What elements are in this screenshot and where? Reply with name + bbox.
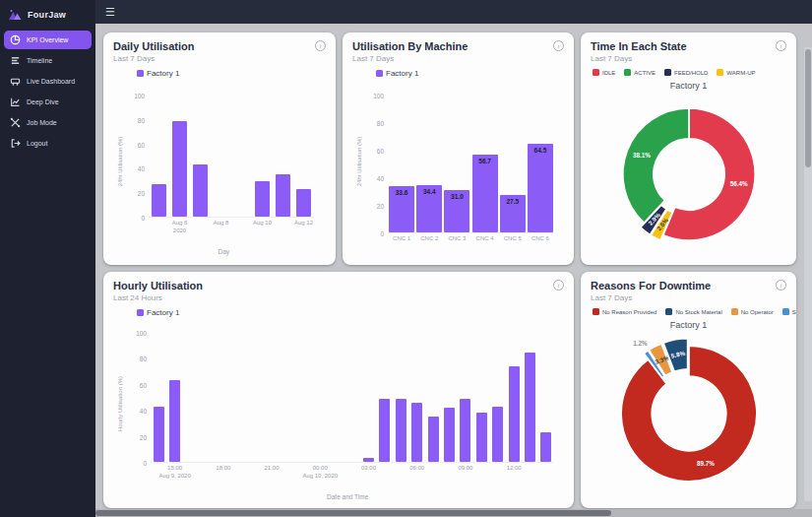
legend-label: FEED/HOLD [674,70,708,76]
sidebar-item-job-mode[interactable]: Job Mode [4,113,92,132]
sidebar-item-logout[interactable]: Logout [4,134,92,153]
legend-label: IDLE [602,70,615,76]
x-axis-title: Date and Time [327,493,368,500]
hamburger-menu-icon[interactable]: ☰ [105,7,115,18]
legend-swatch [665,308,672,315]
x-axis-tick: 06:00 [396,465,439,473]
donut-slice[interactable] [621,346,757,482]
bar[interactable] [460,399,470,462]
downtime-donut-chart: 89.7%1.2%3.3%5.8% [606,331,772,496]
info-icon[interactable]: i [553,40,564,51]
legend-item[interactable]: FEED/HOLD [664,69,708,76]
bar[interactable] [525,353,535,462]
bar[interactable] [444,408,455,462]
bar[interactable] [276,174,290,217]
legend-label: No Reason Provided [602,309,656,315]
bar[interactable] [255,181,270,217]
legend-item[interactable]: Setup [782,308,796,315]
legend-swatch [376,70,383,77]
bar[interactable] [509,366,520,462]
sidebar: FourJaw KPI Overview Timeline [0,0,95,517]
bar[interactable]: 56.7 [472,155,498,232]
sidebar-item-deep-dive[interactable]: Deep Dive [4,93,92,111]
horizontal-scrollbar[interactable] [95,509,812,517]
chart-legend: IDLEACTIVEFEED/HOLDWARM-UP [593,69,786,76]
app-logo: FourJaw [0,0,95,31]
x-axis-tick: Aug 12 [282,220,326,227]
x-axis-tick: 09:00 [444,465,487,473]
sidebar-item-label: Job Mode [27,119,57,126]
legend-item[interactable]: No Operator [731,308,774,315]
bar[interactable] [172,121,187,217]
y-axis-title: Hourly Utilisation (%) [117,375,123,430]
info-icon[interactable]: i [553,280,564,291]
sidebar-item-kpi-overview[interactable]: KPI Overview [4,31,92,49]
bar[interactable] [169,380,180,462]
bar[interactable] [193,164,208,217]
bar[interactable] [363,458,374,462]
legend-item[interactable]: IDLE [593,69,615,76]
bar[interactable] [154,407,164,462]
legend-item[interactable]: Factory 1 [137,308,179,317]
legend-swatch [731,308,738,315]
bar[interactable]: 34.4 [416,185,442,232]
x-axis-tick: CNC 6 [519,235,562,243]
card-time-in-each-state: Time In Each State Last 7 Days i IDLEACT… [581,32,796,265]
y-axis-tick: 20 [358,203,384,210]
slice-percent-label: 1.2% [633,340,648,347]
sidebar-item-label: Logout [27,140,47,147]
pie-chart-icon [10,34,21,45]
card-title: Reasons For Downtime [591,280,711,291]
legend-item[interactable]: No Reason Provided [593,308,656,315]
card-title: Time In Each State [591,40,687,52]
legend-label: Factory 1 [386,69,418,78]
bar[interactable] [379,399,390,462]
y-axis-title: 24hr Utilisation (%) [356,136,362,186]
bar[interactable]: 33.6 [389,186,414,232]
legend-item[interactable]: WARM-UP [717,69,755,76]
y-axis-tick: 80 [121,355,147,362]
info-icon[interactable]: i [315,40,326,51]
mountain-logo-icon [8,8,23,21]
topbar: ☰ [95,0,812,24]
legend-item[interactable]: Factory 1 [376,69,418,78]
legend-swatch [593,69,599,76]
legend-item[interactable]: No Stock Material [665,308,721,315]
sidebar-item-timeline[interactable]: Timeline [4,51,92,70]
dashboard-content: Daily Utilisation Last 7 Days i Factory … [95,24,812,509]
timeline-icon [10,55,21,66]
legend-item[interactable]: Factory 1 [137,69,179,78]
chart-line-icon [10,97,21,107]
sidebar-nav: KPI Overview Timeline Live Dashboard [0,31,95,153]
legend-item[interactable]: ACTIVE [624,69,656,76]
info-icon[interactable]: i [776,280,786,291]
bar[interactable]: 27.5 [500,195,526,232]
horizontal-scrollbar-thumb[interactable] [95,510,611,516]
bar[interactable] [396,399,406,462]
legend-label: Setup [792,309,796,315]
legend-swatch [624,69,631,76]
bar[interactable] [540,432,551,462]
donut-slice[interactable] [622,108,688,223]
info-icon[interactable]: i [776,40,786,51]
sidebar-item-label: Live Dashboard [27,78,75,85]
bar[interactable]: 31.0 [444,190,469,232]
bar[interactable] [152,184,166,217]
slice-percent-label: 38.1% [632,152,650,159]
bar[interactable]: 64.5 [528,144,553,232]
bar[interactable] [428,417,439,462]
vertical-scrollbar-thumb[interactable] [805,49,811,167]
bar[interactable] [476,413,487,462]
bar[interactable] [296,189,311,217]
y-axis-tick: 0 [119,215,145,222]
bar[interactable] [411,403,422,462]
sidebar-item-live-dashboard[interactable]: Live Dashboard [4,72,92,91]
chart-legend: Factory 1 [137,69,326,78]
x-axis-tick: 12:00 [492,465,535,473]
bar[interactable] [492,407,503,462]
slice-percent-label: 89.7% [697,460,715,467]
chart-legend: Factory 1 [137,308,564,317]
vertical-scrollbar[interactable] [804,47,812,501]
card-subtitle: Last 7 Days [591,293,711,302]
sidebar-item-label: KPI Overview [27,36,68,43]
